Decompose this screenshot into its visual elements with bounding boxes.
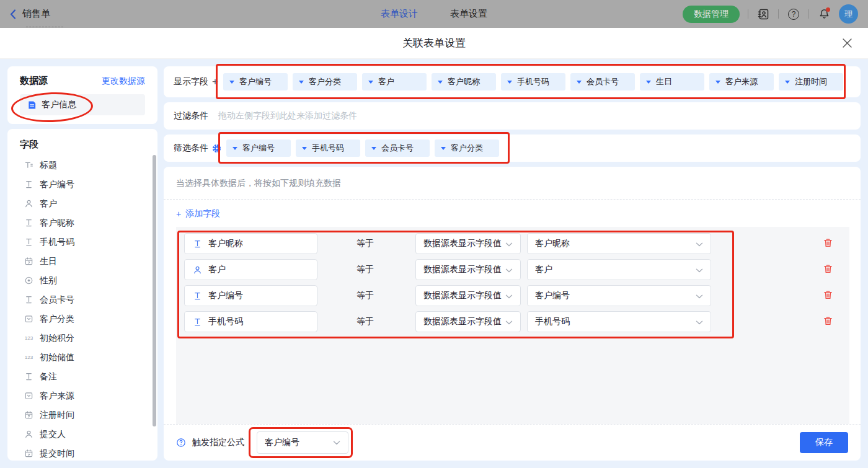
datasource-selected-item[interactable]: 客户信息 — [20, 94, 145, 115]
user-icon — [192, 265, 202, 275]
save-button[interactable]: 保存 — [800, 432, 848, 453]
display-field-tag[interactable]: 客户 — [362, 73, 427, 91]
field-item[interactable]: 注册时间 — [20, 405, 157, 425]
delete-rule-button[interactable] — [823, 263, 833, 276]
gear-icon[interactable] — [212, 144, 221, 153]
rule-target-select[interactable]: 客户昵称 — [527, 233, 711, 254]
chevron-down-icon — [505, 239, 513, 249]
avatar[interactable]: 理 — [839, 4, 858, 24]
contacts-book-icon[interactable] — [756, 7, 770, 21]
rule-row: 客户昵称等于数据源表显示字段值客户昵称 — [184, 233, 849, 254]
rule-source-select[interactable]: 数据源表显示字段值 — [415, 285, 521, 306]
rule-field-box[interactable]: 客户编号 — [184, 285, 317, 306]
field-item[interactable]: 提交人 — [20, 425, 157, 444]
tab-form-settings[interactable]: 表单设置 — [450, 8, 487, 20]
add-display-field-button[interactable]: + — [212, 76, 218, 88]
screen-condition-tag[interactable]: 手机号码 — [296, 139, 360, 157]
rule-target-select[interactable]: 客户 — [527, 259, 711, 280]
field-item[interactable]: 生日 — [20, 252, 157, 271]
field-item[interactable]: 客户来源 — [20, 386, 157, 405]
number-icon: 123 — [24, 352, 34, 363]
field-item[interactable]: 123初始储值 — [20, 348, 157, 367]
text-icon — [24, 294, 34, 305]
close-icon[interactable] — [843, 38, 852, 48]
form-name-underline — [26, 27, 63, 27]
field-item-label: 提交时间 — [40, 448, 74, 459]
screen-condition-tag[interactable]: 客户分类 — [435, 139, 499, 157]
app-window: 销售单 表单设计 表单设置 数据管理 ? 理 关联表单设置 — [0, 0, 868, 468]
change-datasource-link[interactable]: 更改数据源 — [102, 76, 145, 87]
field-item[interactable]: 客户分类 — [20, 309, 157, 329]
field-item-label: 会员卡号 — [40, 294, 74, 306]
delete-rule-button[interactable] — [823, 289, 833, 302]
back-nav[interactable]: 销售单 — [10, 8, 50, 20]
help-icon[interactable]: ? — [787, 7, 800, 21]
rule-source-value: 数据源表显示字段值 — [423, 316, 502, 327]
fields-card: 字段 标题客户编号客户客户昵称手机号码生日性别会员卡号客户分类123初始积分12… — [7, 129, 157, 461]
rule-operator-label: 等于 — [356, 264, 375, 275]
field-item[interactable]: 客户 — [20, 194, 157, 213]
add-field-button[interactable]: + 添加字段 — [164, 200, 232, 227]
field-item[interactable]: 客户昵称 — [20, 213, 157, 232]
rule-operator-label: 等于 — [356, 316, 375, 327]
field-item[interactable]: 123初始积分 — [20, 329, 157, 348]
display-field-tag-label: 客户分类 — [309, 76, 341, 87]
field-item[interactable]: 会员卡号 — [20, 290, 157, 309]
display-field-tag[interactable]: 客户昵称 — [432, 73, 496, 91]
rule-field-box[interactable]: 手机号码 — [184, 311, 317, 332]
header-separator — [808, 9, 809, 19]
rule-source-select[interactable]: 数据源表显示字段值 — [415, 259, 521, 280]
field-item[interactable]: 提交时间 — [20, 444, 157, 461]
rule-field-box[interactable]: 客户 — [184, 259, 317, 280]
fields-scrollbar[interactable] — [153, 155, 156, 426]
field-item[interactable]: 标题 — [20, 156, 157, 175]
screen-condition-tag[interactable]: 客户编号 — [226, 139, 291, 157]
delete-rule-button[interactable] — [823, 316, 833, 328]
data-manage-button[interactable]: 数据管理 — [683, 6, 740, 23]
display-field-tag-label: 客户编号 — [239, 76, 272, 87]
caret-down-icon — [507, 81, 512, 84]
filter-dropzone-placeholder[interactable]: 拖动左侧字段到此处来添加过滤条件 — [218, 110, 357, 121]
select-icon — [24, 391, 34, 401]
rule-target-value: 客户编号 — [535, 290, 570, 301]
text-icon — [24, 218, 34, 228]
display-field-tag[interactable]: 客户来源 — [709, 73, 774, 91]
main-panel: 显示字段 + 客户编号客户分类客户客户昵称手机号码会员卡号生日客户来源注册时间 … — [164, 66, 861, 461]
display-field-tags: 客户编号客户分类客户客户昵称手机号码会员卡号生日客户来源注册时间 — [223, 73, 843, 91]
notification-bell-icon[interactable] — [817, 7, 831, 21]
rule-target-select[interactable]: 客户编号 — [527, 285, 711, 306]
user-icon — [24, 198, 34, 209]
trigger-formula-label: 触发指定公式 — [192, 437, 244, 448]
field-item[interactable]: 备注 — [20, 367, 157, 386]
trigger-field-select[interactable]: 客户编号 — [257, 431, 348, 454]
display-field-tag[interactable]: 注册时间 — [779, 73, 843, 91]
tab-form-design[interactable]: 表单设计 — [381, 8, 418, 20]
display-field-tag[interactable]: 会员卡号 — [570, 73, 635, 91]
trigger-help-icon[interactable] — [176, 438, 186, 448]
rule-source-select[interactable]: 数据源表显示字段值 — [415, 233, 521, 254]
rule-field-box[interactable]: 客户昵称 — [184, 233, 317, 254]
notification-dot — [826, 7, 830, 12]
field-item[interactable]: 客户编号 — [20, 175, 157, 194]
display-field-tag[interactable]: 生日 — [640, 73, 704, 91]
delete-rule-button[interactable] — [823, 237, 833, 250]
caret-down-icon — [368, 81, 373, 84]
rule-target-select[interactable]: 手机号码 — [527, 311, 711, 332]
screen-condition-tag[interactable]: 会员卡号 — [365, 139, 430, 157]
dialog-titlebar: 关联表单设置 — [0, 28, 868, 59]
display-field-tag[interactable]: 手机号码 — [501, 73, 565, 91]
header-separator — [748, 9, 748, 19]
date-icon — [24, 448, 34, 459]
display-field-tag[interactable]: 客户分类 — [293, 73, 357, 91]
date-icon — [24, 256, 34, 267]
field-item[interactable]: 性别 — [20, 271, 157, 290]
display-field-tag-label: 客户 — [378, 76, 394, 87]
rule-source-select[interactable]: 数据源表显示字段值 — [415, 311, 521, 332]
back-chevron-icon[interactable] — [10, 9, 16, 19]
display-field-tag[interactable]: 客户编号 — [223, 73, 288, 91]
rule-row: 手机号码等于数据源表显示字段值手机号码 — [184, 311, 849, 332]
field-item[interactable]: 手机号码 — [20, 232, 157, 252]
datasource-name: 客户信息 — [42, 99, 76, 110]
text-icon — [24, 179, 34, 190]
caret-down-icon — [715, 81, 720, 84]
